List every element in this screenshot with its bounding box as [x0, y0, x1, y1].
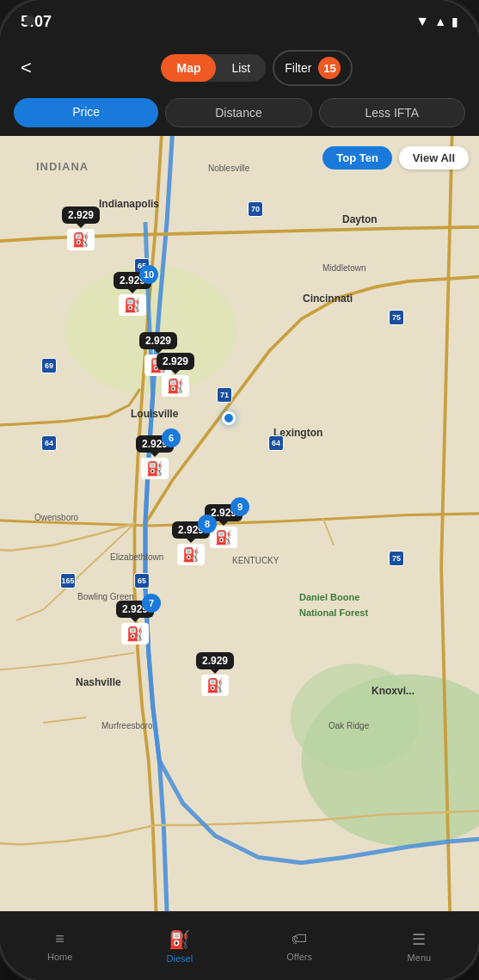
nav-home[interactable]: ≡ Home — [0, 923, 120, 969]
shield-70: 70 — [248, 201, 263, 217]
pin-badge-9: 9 — [230, 497, 249, 516]
phone-screen: 5:07 ▼ ▲ ▮ < Map List Filter 15 — [0, 0, 479, 980]
fuel-pin-1[interactable]: 2.929 ⛽ — [62, 206, 100, 250]
fuel-pin-icon-1: ⛽ — [67, 229, 95, 250]
nav-home-label: Home — [47, 952, 72, 962]
fuel-pin-icon-2: ⛽ — [119, 294, 146, 316]
tab-price[interactable]: Price — [14, 98, 158, 127]
fuel-pin-6[interactable]: 2.929 8 ⛽ — [172, 521, 210, 565]
map-list-toggle: Map List — [161, 54, 266, 82]
filter-badge: 15 — [318, 57, 341, 79]
tab-less-ifta[interactable]: Less IFTA — [319, 98, 465, 127]
pin-badge-8: 8 — [198, 515, 217, 533]
header-controls: Map List Filter 15 — [49, 50, 465, 86]
svg-point-2 — [291, 663, 420, 771]
home-icon: ≡ — [55, 930, 64, 948]
nav-offers[interactable]: 🏷 Offers — [240, 923, 359, 969]
shield-65b: 65 — [134, 573, 150, 589]
back-button[interactable]: < — [14, 53, 39, 83]
nav-menu[interactable]: ☰ Menu — [359, 923, 479, 970]
fuel-pin-4[interactable]: 2.929 ⛽ — [157, 353, 194, 397]
nav-diesel-label: Diesel — [167, 953, 193, 964]
fuel-pin-price-4: 2.929 — [157, 353, 194, 370]
header: < Map List Filter 15 — [0, 43, 479, 95]
shield-75a: 75 — [389, 310, 404, 325]
map-top-controls: Top Ten View All — [322, 146, 469, 169]
list-toggle-button[interactable]: List — [216, 54, 266, 82]
map-toggle-button[interactable]: Map — [161, 54, 216, 82]
status-bar: 5:07 ▼ ▲ ▮ — [0, 0, 479, 43]
signal-icon: ▲ — [434, 15, 446, 28]
shield-75b: 75 — [389, 551, 404, 566]
nav-menu-label: Menu — [408, 952, 432, 963]
view-all-button[interactable]: View All — [399, 146, 469, 169]
offers-icon: 🏷 — [292, 930, 307, 948]
fuel-pin-icon-9: ⛽ — [201, 675, 229, 696]
filter-label: Filter — [285, 61, 311, 75]
shield-64: 64 — [41, 435, 57, 451]
fuel-pin-icon-4: ⛽ — [162, 375, 189, 397]
map-background: Indianapolis Louisville Lexington Cincin… — [0, 136, 479, 911]
phone-frame: 5:07 ▼ ▲ ▮ < Map List Filter 15 — [0, 0, 479, 980]
fuel-pin-price-3: 2.929 — [139, 332, 177, 349]
diesel-icon: ⛽ — [169, 929, 190, 950]
pin-badge-7: 7 — [142, 594, 161, 613]
nav-offers-label: Offers — [286, 952, 312, 962]
current-location — [222, 411, 236, 425]
fuel-pin-icon-5: ⛽ — [141, 458, 169, 479]
fuel-pin-9[interactable]: 2.929 ⛽ — [196, 652, 234, 696]
tab-distance[interactable]: Distance — [165, 98, 311, 127]
menu-icon: ☰ — [412, 930, 426, 949]
fuel-pin-icon-8: ⛽ — [121, 623, 149, 644]
fuel-pin-price-1: 2.929 — [62, 206, 100, 224]
fuel-pin-2[interactable]: 2.929 10 ⛽ — [114, 272, 151, 316]
camera-dot — [24, 15, 34, 26]
shield-64b: 64 — [268, 435, 284, 451]
shield-69: 69 — [41, 358, 57, 373]
map-area[interactable]: Indianapolis Louisville Lexington Cincin… — [0, 136, 479, 911]
fuel-pin-price-9: 2.929 — [196, 652, 234, 669]
wifi-icon: ▼ — [415, 14, 429, 29]
fuel-pin-icon-6: ⛽ — [177, 544, 205, 565]
shield-165: 165 — [60, 573, 76, 589]
battery-icon: ▮ — [451, 15, 458, 28]
shield-71: 71 — [217, 387, 232, 403]
pin-badge-10: 10 — [139, 265, 158, 284]
fuel-pin-5[interactable]: 2.929 6 ⛽ — [136, 435, 174, 479]
fuel-pin-8[interactable]: 2.929 7 ⛽ — [116, 601, 154, 644]
sort-tabs: Price Distance Less IFTA — [0, 95, 479, 136]
pin-badge-6: 6 — [162, 428, 181, 447]
top-ten-button[interactable]: Top Ten — [322, 146, 392, 169]
bottom-nav: ≡ Home ⛽ Diesel 🏷 Offers ☰ Menu — [0, 911, 479, 980]
filter-button[interactable]: Filter 15 — [273, 50, 353, 86]
nav-diesel[interactable]: ⛽ Diesel — [120, 922, 239, 971]
status-icons: ▼ ▲ ▮ — [415, 14, 458, 29]
